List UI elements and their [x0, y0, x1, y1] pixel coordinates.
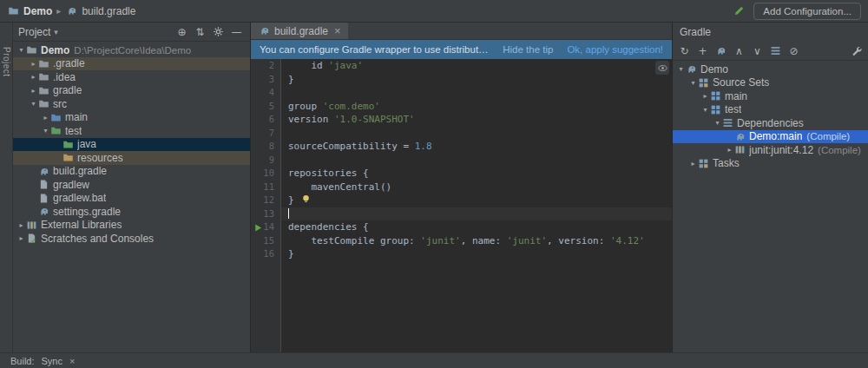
gradle-wrapper-banner: You can configure Gradle wrapper to use …	[251, 40, 672, 59]
code-line-2[interactable]: 2 id 'java'	[251, 59, 672, 73]
chevron-right-icon[interactable]: ▸	[16, 234, 26, 242]
project-item-build-gradle[interactable]: build.gradle	[13, 165, 250, 179]
chevron-down-icon[interactable]: ▾	[700, 106, 710, 114]
project-panel-toolbar: ⊕⇅—	[174, 24, 245, 40]
chevron-right-icon[interactable]: ▸	[16, 221, 26, 229]
gradle-icon	[734, 131, 749, 142]
project-item-resources[interactable]: resources	[13, 151, 250, 165]
locate-icon[interactable]: ⊕	[174, 24, 190, 40]
project-tree: ▾DemoD:\ProjectCore\Idea\Demo▸.gradle▸.i…	[13, 42, 250, 352]
gradle-tree: ▾Demo▾Source Sets▸main▾test▾Dependencies…	[673, 61, 868, 352]
hide-icon[interactable]: —	[228, 24, 245, 40]
project-item-gradle[interactable]: ▸gradle	[13, 84, 250, 98]
code-text: }	[281, 73, 672, 87]
gradle-item-demo[interactable]: ▾Demo	[673, 62, 868, 76]
intention-bulb-icon[interactable]	[300, 194, 312, 205]
project-item-gradle[interactable]: ▸.gradle	[13, 57, 250, 71]
chevron-right-icon[interactable]: ▸	[41, 114, 50, 122]
chevron-down-icon[interactable]: ▾	[676, 65, 686, 73]
code-line-15[interactable]: 15 testCompile group: 'junit', name: 'ju…	[251, 234, 672, 248]
expand-all-icon[interactable]: ∧	[731, 43, 747, 59]
chevron-down-icon[interactable]: ▾	[688, 79, 698, 87]
collapse-all-icon[interactable]: ∨	[749, 43, 766, 59]
project-item-scratches-and-consoles[interactable]: ▸Scratches and Consoles	[13, 232, 250, 246]
folder-test-icon	[50, 125, 65, 136]
chevron-right-icon[interactable]: ▸	[725, 146, 734, 154]
line-number: 5	[251, 100, 281, 114]
gradle-icon	[38, 166, 53, 177]
chevron-right-icon[interactable]: ▸	[29, 60, 38, 68]
project-item-demo[interactable]: ▾DemoD:\ProjectCore\Idea\Demo	[13, 43, 250, 57]
gradle-icon	[686, 63, 700, 75]
hide-tip-link[interactable]: Hide the tip	[503, 44, 553, 55]
tool-window-project-tab[interactable]: Project	[2, 47, 11, 77]
code-line-6[interactable]: 6version '1.0-SNAPSHOT'	[251, 113, 672, 127]
chevron-right-icon[interactable]: ▸	[688, 160, 698, 168]
breadcrumb-file[interactable]: build.gradle	[82, 5, 135, 17]
tab-build-gradle[interactable]: build.gradle ×	[251, 23, 348, 39]
wrench-icon[interactable]	[848, 43, 865, 59]
gradle-item-dependencies[interactable]: ▾Dependencies	[673, 116, 868, 130]
code-line-4[interactable]: 4	[251, 86, 672, 100]
code-line-3[interactable]: 3}	[251, 73, 672, 87]
project-item-gradlew-bat[interactable]: gradlew.bat	[13, 192, 250, 206]
code-text: }	[281, 247, 672, 261]
project-item-settings-gradle[interactable]: settings.gradle	[13, 205, 250, 219]
project-item-test[interactable]: ▾test	[13, 124, 250, 138]
gradle-item-junit-junit-4-12[interactable]: ▸junit:junit:4.12(Compile)	[673, 143, 868, 157]
project-item-gradlew[interactable]: gradlew	[13, 178, 250, 192]
add-icon[interactable]: +	[694, 43, 711, 59]
code-line-10[interactable]: 10repositories {	[251, 167, 672, 181]
inspections-eye-icon[interactable]	[655, 61, 669, 75]
chevron-right-icon[interactable]: ▸	[700, 92, 710, 100]
line-number: 9	[251, 154, 281, 168]
gradle-item-source-sets[interactable]: ▾Source Sets	[673, 76, 868, 90]
close-icon[interactable]: ×	[69, 356, 75, 366]
pencil-icon[interactable]	[733, 5, 745, 17]
folder-icon	[26, 44, 41, 56]
code-line-13[interactable]: 13	[251, 207, 672, 221]
close-icon[interactable]: ×	[334, 24, 341, 37]
tree-item-label: Demo	[41, 44, 69, 56]
project-item-idea[interactable]: ▸.idea	[13, 70, 250, 84]
project-item-src[interactable]: ▾src	[13, 97, 250, 111]
chevron-right-icon[interactable]: ▸	[29, 87, 38, 95]
gradle-item-tasks[interactable]: ▸Tasks	[673, 157, 868, 171]
code-line-5[interactable]: 5group 'com.demo'	[251, 100, 672, 114]
settings-icon[interactable]	[210, 24, 227, 40]
code-text: testCompile group: 'junit', name: 'junit…	[281, 234, 672, 248]
chevron-down-icon[interactable]: ▾	[54, 28, 58, 36]
project-item-java[interactable]: java	[13, 138, 250, 152]
chevron-down-icon[interactable]: ▾	[16, 46, 26, 54]
tree-item-label: Dependencies	[737, 117, 804, 129]
add-configuration-button[interactable]: Add Configuration...	[753, 3, 861, 20]
code-line-16[interactable]: 16}	[251, 247, 672, 261]
project-item-external-libraries[interactable]: ▸External Libraries	[13, 219, 250, 233]
apply-suggestion-link[interactable]: Ok, apply suggestion!	[567, 44, 663, 55]
code-line-9[interactable]: 9	[251, 154, 672, 168]
gradle-item-test[interactable]: ▾test	[673, 103, 868, 117]
breadcrumb-project[interactable]: Demo	[23, 5, 52, 17]
dependencies-icon	[722, 117, 737, 128]
sync-status[interactable]: Sync	[42, 356, 62, 366]
code-editor[interactable]: 2 id 'java'3}45group 'com.demo'6version …	[251, 59, 672, 352]
project-panel-title[interactable]: Project	[18, 26, 50, 38]
scroll-to-source-icon[interactable]: ⇅	[192, 24, 208, 40]
code-line-7[interactable]: 7	[251, 127, 672, 141]
code-line-8[interactable]: 8sourceCompatibility = 1.8	[251, 140, 672, 154]
refresh-icon[interactable]: ↻	[676, 43, 693, 59]
run-icon[interactable]	[253, 222, 263, 233]
chevron-down-icon[interactable]: ▾	[713, 119, 722, 127]
dependencies-icon[interactable]	[767, 43, 784, 59]
code-line-12[interactable]: 12}	[251, 194, 672, 207]
chevron-down-icon[interactable]: ▾	[29, 100, 38, 108]
chevron-down-icon[interactable]: ▾	[41, 127, 50, 135]
project-item-main[interactable]: ▸main	[13, 111, 250, 125]
offline-mode-icon[interactable]: ⊘	[786, 43, 802, 59]
code-line-14[interactable]: 14dependencies {	[251, 220, 672, 234]
chevron-right-icon[interactable]: ▸	[29, 73, 38, 81]
gradle-item-demo-main[interactable]: Demo:main(Compile)	[673, 130, 868, 144]
code-line-11[interactable]: 11 mavenCentral()	[251, 181, 672, 194]
gradle-sync-icon[interactable]	[713, 43, 729, 59]
gradle-item-main[interactable]: ▸main	[673, 89, 868, 103]
